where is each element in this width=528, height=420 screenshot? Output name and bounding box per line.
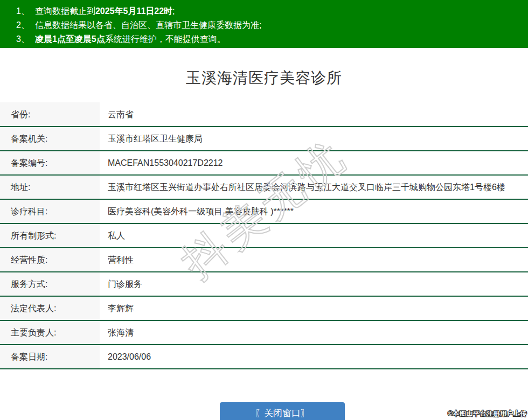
notice-line-2: 2、信息数据结果以各省、自治区、直辖市卫生健康委数据为准; <box>16 18 528 32</box>
table-row-registration-date: 备案日期: 2023/06/06 <box>0 345 528 369</box>
table-row-province: 省份: 云南省 <box>0 102 528 127</box>
row-label: 备案编号: <box>0 151 100 175</box>
row-value: 门诊服务 <box>100 272 528 296</box>
row-label: 法定代表人: <box>0 296 100 320</box>
row-value: MACEFAN1553040217D2212 <box>100 151 528 175</box>
row-value: 云南省 <box>100 102 528 127</box>
table-row-principal-person: 主要负责人: 张海清 <box>0 320 528 345</box>
row-label: 备案机关: <box>0 127 100 151</box>
info-table: 省份: 云南省 备案机关: 玉溪市红塔区卫生健康局 备案编号: MACEFAN1… <box>0 102 528 369</box>
notice-item-text-post: 系统进行维护，不能提供查询。 <box>105 34 226 44</box>
row-label: 省份: <box>0 102 100 127</box>
notice-item-text: 信息数据结果以各省、自治区、直辖市卫生健康委数据为准; <box>35 20 261 30</box>
notice-item-text: 查询数据截止到 <box>35 6 95 16</box>
row-value: 玉溪市红塔区卫生健康局 <box>100 127 528 151</box>
notice-item-bold: 2025年5月11日22时 <box>95 6 172 16</box>
notice-banner: 1、查询数据截止到2025年5月11日22时; 2、信息数据结果以各省、自治区、… <box>0 0 528 48</box>
page-title: 玉溪海清医疗美容诊所 <box>0 48 528 102</box>
row-label: 备案日期: <box>0 345 100 369</box>
notice-item-text-post: ; <box>172 6 175 16</box>
row-value: 营利性 <box>100 248 528 272</box>
notice-item-number: 1、 <box>16 6 30 16</box>
table-row-legal-representative: 法定代表人: 李辉辉 <box>0 296 528 320</box>
table-row-ownership-form: 所有制形式: 私人 <box>0 223 528 248</box>
table-row-address: 地址: 玉溪市红塔区玉兴街道办事处右所社区居委会河滨路与玉江大道交叉口临岸三千城… <box>0 175 528 199</box>
notice-item-number: 2、 <box>16 20 30 30</box>
notice-line-3: 3、凌晨1点至凌晨5点系统进行维护，不能提供查询。 <box>16 32 528 46</box>
notice-item-number: 3、 <box>16 34 30 44</box>
image-credit: ©本图由平台注册用户上传 <box>448 409 527 418</box>
close-window-button[interactable]: 〖关闭窗口〗 <box>220 402 345 420</box>
row-label: 经营性质: <box>0 248 100 272</box>
row-value: 私人 <box>100 223 528 248</box>
row-label: 地址: <box>0 175 100 199</box>
notice-item-bold: 凌晨1点至凌晨5点 <box>35 34 105 44</box>
row-value: 张海清 <box>100 320 528 345</box>
row-value: 玉溪市红塔区玉兴街道办事处右所社区居委会河滨路与玉江大道交叉口临岸三千城购物公园… <box>100 175 528 199</box>
table-row-service-mode: 服务方式: 门诊服务 <box>0 272 528 296</box>
row-value: 李辉辉 <box>100 296 528 320</box>
page: 1、查询数据截止到2025年5月11日22时; 2、信息数据结果以各省、自治区、… <box>0 0 528 420</box>
table-row-treatment-subjects: 诊疗科目: 医疗美容科(美容外科一级项目 美容皮肤科 )****** <box>0 199 528 223</box>
notice-line-1: 1、查询数据截止到2025年5月11日22时; <box>16 4 528 18</box>
table-row-registration-authority: 备案机关: 玉溪市红塔区卫生健康局 <box>0 127 528 151</box>
row-label: 诊疗科目: <box>0 199 100 223</box>
row-label: 服务方式: <box>0 272 100 296</box>
table-row-registration-number: 备案编号: MACEFAN1553040217D2212 <box>0 151 528 175</box>
row-value: 医疗美容科(美容外科一级项目 美容皮肤科 )****** <box>100 199 528 223</box>
row-value: 2023/06/06 <box>100 345 528 369</box>
row-label: 主要负责人: <box>0 320 100 345</box>
table-row-business-nature: 经营性质: 营利性 <box>0 248 528 272</box>
row-label: 所有制形式: <box>0 223 100 248</box>
